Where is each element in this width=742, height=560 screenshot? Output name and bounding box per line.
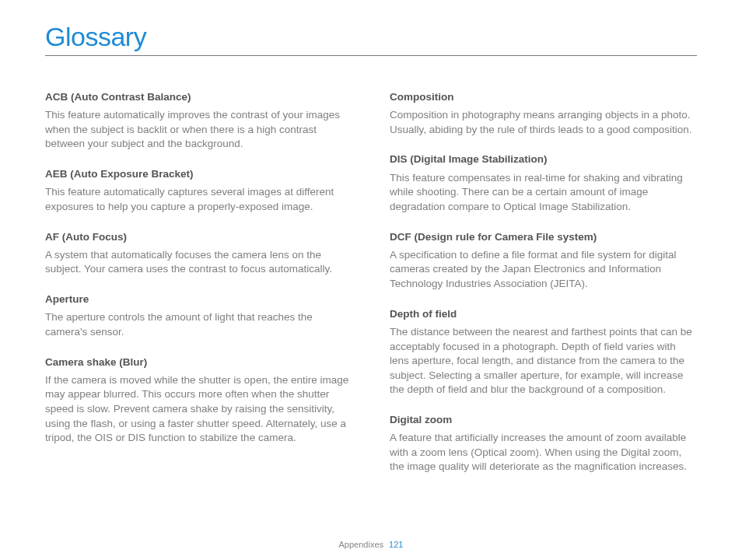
glossary-definition: A system that automatically focuses the … [45, 248, 352, 277]
glossary-term: ACB (Auto Contrast Balance) [45, 90, 352, 104]
glossary-definition: This feature compensates in real-time fo… [390, 171, 697, 215]
glossary-entry: DCF (Design rule for Camera File system)… [390, 230, 697, 292]
glossary-definition: A feature that artificially increases th… [390, 431, 697, 474]
glossary-term: DCF (Design rule for Camera File system) [390, 230, 697, 244]
page-footer: Appendixes 121 [0, 540, 742, 549]
glossary-entry: Digital zoom A feature that artificially… [390, 413, 697, 474]
glossary-entry: AF (Auto Focus) A system that automatica… [45, 230, 352, 277]
page-title: Glossary [45, 22, 697, 56]
right-column: Composition Composition in photography m… [390, 90, 697, 490]
glossary-term: Digital zoom [390, 413, 697, 427]
glossary-definition: The distance between the nearest and far… [390, 325, 697, 397]
glossary-term: Composition [390, 90, 697, 104]
content-columns: ACB (Auto Contrast Balance) This feature… [45, 90, 697, 490]
glossary-term: AEB (Auto Exposure Bracket) [45, 167, 352, 181]
footer-section: Appendixes [339, 540, 384, 549]
glossary-entry: Aperture The aperture controls the amoun… [45, 292, 352, 339]
glossary-term: Aperture [45, 292, 352, 306]
glossary-term: Camera shake (Blur) [45, 355, 352, 369]
glossary-definition: Composition in photography means arrangi… [390, 108, 697, 137]
glossary-entry: ACB (Auto Contrast Balance) This feature… [45, 90, 352, 152]
page-number: 121 [389, 540, 403, 549]
glossary-definition: A specification to define a file format … [390, 248, 697, 292]
glossary-term: DIS (Digital Image Stabilization) [390, 152, 697, 166]
glossary-entry: Camera shake (Blur) If the camera is mov… [45, 355, 352, 446]
glossary-definition: If the camera is moved while the shutter… [45, 373, 352, 446]
glossary-term: AF (Auto Focus) [45, 230, 352, 244]
glossary-definition: The aperture controls the amount of ligh… [45, 310, 352, 339]
glossary-entry: Depth of field The distance between the … [390, 307, 697, 397]
glossary-definition: This feature automatically captures seve… [45, 185, 352, 214]
glossary-entry: DIS (Digital Image Stabilization) This f… [390, 152, 697, 214]
glossary-definition: This feature automatically improves the … [45, 108, 352, 152]
glossary-entry: AEB (Auto Exposure Bracket) This feature… [45, 167, 352, 214]
glossary-term: Depth of field [390, 307, 697, 321]
left-column: ACB (Auto Contrast Balance) This feature… [45, 90, 352, 490]
glossary-entry: Composition Composition in photography m… [390, 90, 697, 137]
